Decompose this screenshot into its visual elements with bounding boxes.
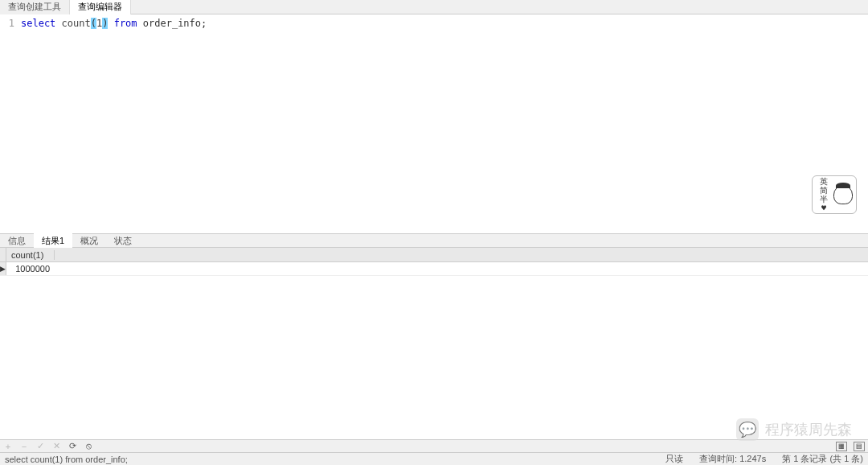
cancel-icon: ✕	[51, 442, 61, 451]
tab-status[interactable]: 状态	[106, 233, 140, 249]
paren-close: )	[102, 18, 108, 29]
sql-editor[interactable]: 1 select count(1) from order_info; 英 简 半…	[0, 14, 868, 233]
cell-value[interactable]: 1000000	[6, 264, 55, 274]
status-bar: select count(1) from order_info; 只读 查询时间…	[0, 452, 868, 465]
tab-query-editor[interactable]: 查询编辑器	[70, 0, 131, 15]
tab-result1[interactable]: 结果1	[34, 232, 72, 249]
grid-header-row: count(1)	[0, 248, 868, 262]
grid-view-icon[interactable]: ▦	[836, 442, 847, 451]
code-content[interactable]: select count(1) from order_info;	[18, 14, 868, 233]
column-header[interactable]: count(1)	[6, 250, 55, 260]
keyword-from: from	[114, 18, 137, 29]
status-query-echo: select count(1) from order_info;	[5, 455, 649, 464]
grid-toolbar: + − ✓ ✕ ⟳ ⦸ ▦ ▤	[0, 439, 868, 452]
refresh-icon[interactable]: ⟳	[68, 442, 77, 451]
add-row-icon: +	[3, 442, 13, 451]
tab-profile[interactable]: 概况	[72, 233, 106, 249]
tab-info[interactable]: 信息	[0, 233, 34, 249]
apply-icon: ✓	[35, 442, 45, 451]
line-number: 1	[0, 18, 14, 29]
avatar-line: 半	[816, 195, 832, 204]
avatar-line: 简	[816, 186, 832, 195]
table-name: order_info	[143, 18, 201, 29]
status-record-count: 第 1 条记录 (共 1 条)	[782, 453, 863, 465]
editor-tabs: 查询创建工具 查询编辑器	[0, 0, 868, 14]
status-query-time: 查询时间: 1.247s	[699, 453, 766, 465]
table-row[interactable]: ▶ 1000000	[0, 262, 868, 276]
avatar-line: 英	[816, 177, 832, 186]
keyword-select: select	[21, 18, 55, 29]
tab-query-builder[interactable]: 查询创建工具	[0, 0, 70, 14]
heart-icon: ♥	[816, 204, 832, 212]
delete-row-icon: −	[19, 442, 29, 451]
row-marker-icon: ▶	[0, 262, 6, 275]
semicolon: ;	[201, 18, 207, 29]
avatar-widget: 英 简 半 ♥	[812, 175, 857, 214]
row-marker-header	[0, 248, 6, 261]
avatar-face-icon	[833, 185, 853, 204]
paren-open: (	[91, 18, 96, 29]
status-readonly: 只读	[665, 453, 683, 465]
stop-icon[interactable]: ⦸	[84, 442, 93, 451]
avatar-text: 英 简 半 ♥	[816, 177, 832, 212]
line-gutter: 1	[0, 14, 18, 233]
form-view-icon[interactable]: ▤	[854, 442, 865, 451]
results-grid[interactable]: count(1) ▶ 1000000	[0, 248, 868, 439]
results-tabs: 信息 结果1 概况 状态	[0, 233, 868, 248]
func-count: count	[62, 18, 91, 29]
